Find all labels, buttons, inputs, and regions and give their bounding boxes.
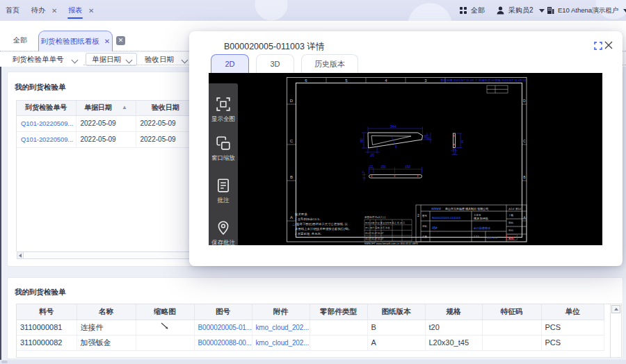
user-name-label: 采购员2 [508,6,533,15]
filter-order-no[interactable]: 到货检验单单号 [13,53,78,66]
svg-text:B: B [290,175,293,179]
svg-text:及图纸上未注明技术要求按企标执行(细)。: 及图纸上未注明技术要求按企标执行(细)。 [295,227,352,231]
item-thumbnail-cell[interactable] [136,320,194,335]
tool-fit-view-label: 显示全图 [211,115,235,123]
item-part-no: 3110000081 [17,320,77,335]
page-horizontal-scrollbar[interactable] [0,360,626,364]
svg-text:A: A [290,215,293,220]
items-row[interactable]: 3110000081 连接件 B000020005-01... kmo_clou… [17,320,604,335]
tool-save-annotation-label: 保存批注 [211,238,235,245]
item-spec: L20x30_t45 [425,335,482,350]
all-apps-button[interactable]: 全部 [460,0,485,21]
items-col-feature[interactable]: 特征码 [482,304,541,320]
attachment-link[interactable]: kmo_cloud_202... [256,339,310,347]
drawing-no-link[interactable]: B000020005-01... [198,324,252,331]
svg-text:数据创建:2021/5/7 11:09 下 审核状态:已审: 数据创建:2021/5/7 11:09 下 审核状态:已审核 2021/5/7 … [440,78,526,82]
items-col-partno[interactable]: 料号 [17,304,77,320]
orders-col-no[interactable]: 到货检验单号 [17,101,76,115]
attachment-cell: kmo_cloud_202... [252,320,310,335]
item-part-type [310,320,367,335]
drawing-no-link[interactable]: B000020088-00... [198,339,252,347]
svg-text:昆山市太米精密 模具制品 有限公司: 昆山市太米精密 模具制品 有限公司 [445,207,488,211]
nav-tab-report-label: 报表 [68,0,82,21]
tool-annotate[interactable]: 批注 [209,178,238,205]
item-name: 加强钣金 [77,335,136,350]
order-no-link[interactable]: Q101-20220509... [21,119,73,127]
subtab-dashboard[interactable]: 到货检验图纸看板 ✕ [38,31,113,51]
item-unit: PCS [541,320,604,335]
attachment-link[interactable]: kmo_cloud_202... [256,324,310,331]
tenant-menu[interactable]: E10 Athena演示租户 [547,0,626,21]
svg-text:4: 4 [385,78,387,83]
items-row[interactable]: 3110000082 加强钣金 B000020088-00... kmo_clo… [17,335,604,350]
drawing-no-cell: B000020005-01... [194,320,252,335]
tool-fit-view[interactable]: 显示全图 [209,97,238,124]
svg-text:150: 150 [380,165,386,169]
items-col-version[interactable]: 图纸版本 [367,304,425,320]
user-menu[interactable]: 采购员2 [497,0,545,21]
scroll-up-arrow-icon[interactable] [611,305,620,313]
items-col-spec[interactable]: 规格 [425,304,482,320]
svg-text:45#: 45# [432,226,438,230]
svg-text:2.发蓝处理, 色无光。: 2.发蓝处理, 色无光。 [295,232,323,235]
tool-window-zoom[interactable]: 窗口缩放 [209,135,238,163]
subtab-all[interactable]: 全部 [13,21,27,51]
subtab-dashboard-label: 到货检验图纸看板 [41,37,99,47]
subtab-dashboard-close-icon[interactable]: ✕ [104,38,110,45]
items-vertical-scrollbar[interactable] [610,304,621,357]
tab-history[interactable]: 历史版本 [301,54,358,73]
tab-3d[interactable]: 3D [256,54,294,73]
svg-text:图号: 图号 [422,215,428,217]
svg-text:sinvo: sinvo [431,206,442,210]
orders-col-docdate[interactable]: 单据日期▲ [76,101,136,115]
svg-text:22: 22 [369,165,374,169]
expand-icon[interactable] [594,42,602,50]
fit-view-icon [216,97,231,112]
close-icon[interactable] [604,40,613,50]
drawing-no-cell: B000020088-00... [194,335,252,350]
sort-asc-icon[interactable]: ▲ [122,104,127,110]
filter-doc-date-label: 单据日期 [92,55,121,65]
items-col-unit[interactable]: 单位 [541,304,604,320]
svg-text:技术要求:: 技术要求: [294,213,308,216]
thumbnail-image[interactable] [160,322,170,331]
items-col-drawingno[interactable]: 图号 [194,304,252,320]
order-doc-date: 2022-05-09 [76,131,136,147]
svg-text:模具加强筋: 模具加强筋 [473,217,488,221]
attachment-cell: kmo_cloud_202... [252,335,310,350]
filter-order-no-label: 到货检验单单号 [13,55,64,65]
item-feature-code [482,320,541,335]
window-zoom-icon [216,135,231,151]
svg-text:122 KG: 122 KG [487,236,497,240]
order-accept-date: 2022-05-09 [136,131,195,147]
svg-text:05-07 05-07 05-07: 05-07 05-07 05-07 [365,232,383,235]
cad-viewer[interactable]: 6 5 4 3 D C B A D C B A 数据创建:2021/5/7 11… [209,73,602,245]
items-col-name[interactable]: 名称 [77,304,136,320]
svg-text:80: 80 [360,138,364,142]
items-panel-title: 我的到货检验单 [15,288,66,297]
scrollbar-thumb[interactable] [1,361,8,363]
item-spec: t20 [425,320,482,335]
nav-tab-todo-close-icon[interactable]: ✕ [51,7,57,15]
scroll-left-arrow-icon[interactable] [17,252,24,258]
orders-col-acceptdate[interactable]: 验收日期 [136,101,195,115]
tool-save-annotation[interactable]: 保存批注 [209,220,238,245]
nav-tab-report-close-icon[interactable]: ✕ [88,7,94,15]
svg-text:设计 校对 审核 工艺 批准: 设计 校对 审核 工艺 批准 [365,226,390,229]
svg-text:共1张 第1张: 共1张 第1张 [508,208,522,210]
tenant-name-label: E10 Athena演示租户 [558,6,618,15]
svg-text:150: 150 [405,165,410,169]
tab-2d[interactable]: 2D [211,54,249,73]
chevron-down-icon [182,57,188,63]
items-col-thumbnail[interactable]: 缩略图 [136,304,194,320]
nav-tab-home[interactable]: 首页 [6,0,19,21]
order-no-link[interactable]: Q101-20220509... [21,135,73,143]
items-col-parttype[interactable]: 零部件类型 [310,304,367,320]
nav-tab-home-label: 首页 [6,0,19,21]
nav-tab-report[interactable]: 报表 ✕ [68,0,94,21]
nav-tab-todo[interactable]: 待办 ✕ [31,0,57,21]
close-all-tabs-icon[interactable]: ✕ [116,36,125,45]
svg-text:25: 25 [453,147,456,151]
items-col-attachment[interactable]: 附件 [252,304,310,320]
order-doc-date: 2022-05-09 [76,115,136,131]
